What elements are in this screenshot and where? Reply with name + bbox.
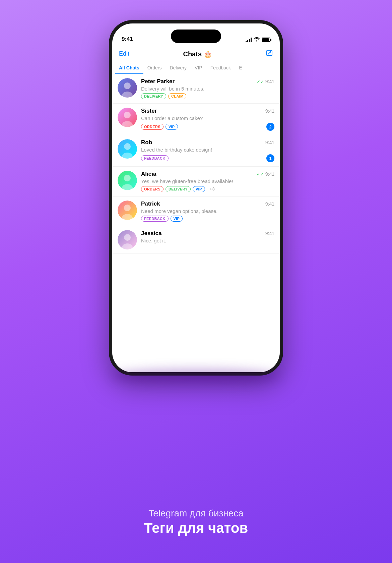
status-time: 9:41	[122, 36, 133, 43]
chat-message: Yes, we have gluten-free bread available…	[141, 178, 274, 184]
app-header: Edit Chats 🎂	[112, 45, 280, 62]
avatar-sister	[118, 108, 137, 127]
tag-delivery[interactable]: DELIVERY	[166, 186, 191, 192]
svg-point-2	[124, 82, 131, 89]
avatar-jessica	[118, 230, 137, 249]
chat-time: 9:41	[265, 231, 274, 236]
chat-body-alicia: Alicia ✓✓ 9:41 Yes, we have gluten-free …	[141, 171, 274, 192]
app-content: Edit Chats 🎂 All Chats Orders	[112, 45, 280, 372]
avatar-patrick	[118, 201, 137, 220]
chat-name: Alicia	[141, 171, 156, 177]
tab-more[interactable]: E	[235, 62, 246, 74]
chat-message: Nice, got it.	[141, 238, 274, 243]
chat-time: 9:41	[265, 171, 274, 177]
chat-time: 9:41	[265, 140, 274, 145]
chat-time: 9:41	[265, 108, 274, 114]
tags-inner: ORDERS VIP	[141, 124, 178, 130]
unread-badge-rob: 1	[266, 154, 274, 162]
dynamic-island	[171, 30, 221, 43]
signal-icon	[246, 38, 252, 42]
chat-message: Loved the birthday cake design!	[141, 147, 274, 153]
chat-name: Peter Parker	[141, 78, 175, 85]
tag-delivery[interactable]: DELIVERY	[141, 93, 166, 99]
battery-fill	[262, 38, 269, 41]
chat-list: Peter Parker ✓✓ 9:41 Delivery will be in…	[112, 74, 280, 254]
chat-body-sister: Sister 9:41 Can I order a custom cake? O…	[141, 108, 274, 131]
wifi-icon	[254, 37, 260, 43]
phone-wrapper: 9:41	[109, 20, 283, 376]
chat-time: 9:41	[265, 79, 274, 84]
unread-badge-sister: 2	[266, 123, 274, 131]
chat-body-rob: Rob 9:41 Loved the birthday cake design!…	[141, 139, 274, 162]
tags-row: ORDERS DELIVERY VIP +3	[141, 186, 274, 192]
promo-line2: Теги для чатов	[0, 520, 392, 536]
tags-row: FEEDBACK VIP	[141, 216, 274, 222]
battery-icon	[262, 38, 270, 42]
chat-item-patrick[interactable]: Patrick 9:41 Need more vegan options, pl…	[112, 196, 280, 226]
chat-item-jessica[interactable]: Jessica 9:41 Nice, got it.	[112, 226, 280, 254]
chat-message: Need more vegan options, please.	[141, 208, 274, 214]
page-title: Chats 🎂	[183, 50, 212, 58]
chat-time: 9:41	[265, 201, 274, 207]
tags-row: FEEDBACK	[141, 155, 169, 161]
tabs-container: All Chats Orders Delivery VIP Feedback E	[112, 62, 280, 74]
svg-point-5	[124, 112, 131, 118]
phone-shadow	[112, 369, 280, 382]
chat-name: Rob	[141, 139, 152, 146]
chat-item-alicia[interactable]: Alicia ✓✓ 9:41 Yes, we have gluten-free …	[112, 167, 280, 196]
chat-item-peter[interactable]: Peter Parker ✓✓ 9:41 Delivery will be in…	[112, 74, 280, 104]
svg-point-14	[124, 205, 131, 211]
svg-point-17	[124, 234, 131, 241]
chat-name: Jessica	[141, 230, 161, 237]
tag-feedback[interactable]: FEEDBACK	[141, 155, 169, 161]
phone-frame: 9:41	[109, 20, 283, 376]
tab-delivery[interactable]: Delivery	[166, 62, 191, 74]
chat-body-peter: Peter Parker ✓✓ 9:41 Delivery will be in…	[141, 78, 274, 99]
chat-name: Patrick	[141, 201, 160, 207]
tab-all-chats[interactable]: All Chats	[115, 62, 143, 74]
tag-claim[interactable]: CLAIM	[168, 93, 186, 99]
promo-line1: Telegram для бизнеса	[0, 508, 392, 519]
avatar-rob	[118, 139, 137, 159]
chat-time-wrap: ✓✓ 9:41	[257, 79, 274, 84]
svg-point-11	[124, 175, 131, 181]
tab-feedback[interactable]: Feedback	[206, 62, 235, 74]
tags-row: DELIVERY CLAIM	[141, 93, 274, 99]
compose-icon	[266, 49, 273, 57]
chat-name: Sister	[141, 108, 157, 114]
double-check-alicia: ✓✓	[257, 172, 264, 177]
status-icons	[246, 37, 270, 43]
chat-body-patrick: Patrick 9:41 Need more vegan options, pl…	[141, 201, 274, 222]
tag-feedback[interactable]: FEEDBACK	[141, 216, 169, 222]
tag-vip[interactable]: VIP	[171, 216, 183, 222]
chat-message: Can I order a custom cake?	[141, 115, 274, 121]
svg-point-8	[124, 143, 131, 150]
tag-orders[interactable]: ORDERS	[141, 124, 164, 130]
promo-section: Telegram для бизнеса Теги для чатов	[0, 508, 392, 536]
chat-message: Delivery will be in 5 minutes.	[141, 86, 274, 92]
chat-body-jessica: Jessica 9:41 Nice, got it.	[141, 230, 274, 245]
compose-button[interactable]	[266, 49, 273, 58]
tag-orders[interactable]: ORDERS	[141, 186, 164, 192]
tag-more[interactable]: +3	[207, 186, 217, 192]
edit-button[interactable]: Edit	[119, 50, 129, 57]
tag-vip[interactable]: VIP	[193, 186, 205, 192]
tab-orders[interactable]: Orders	[143, 62, 166, 74]
avatar-peter	[118, 78, 137, 98]
avatar-alicia	[118, 171, 137, 190]
tag-vip[interactable]: VIP	[166, 124, 178, 130]
chat-item-rob[interactable]: Rob 9:41 Loved the birthday cake design!…	[112, 135, 280, 167]
chat-item-sister[interactable]: Sister 9:41 Can I order a custom cake? O…	[112, 104, 280, 135]
double-check-peter: ✓✓	[257, 79, 264, 84]
tab-vip[interactable]: VIP	[191, 62, 206, 74]
